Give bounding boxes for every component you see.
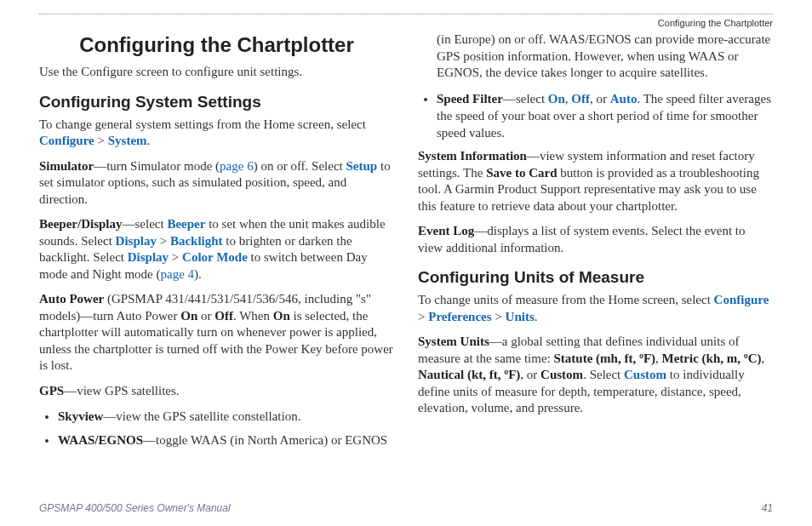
page-footer: GPSMAP 400/500 Series Owner's Manual 41 — [39, 502, 773, 514]
text: To change general system settings from t… — [39, 117, 366, 131]
value-off: Off — [214, 309, 233, 323]
para-gps: GPS—view GPS satellites. — [39, 383, 394, 400]
text: —view the GPS satellite constellation. — [103, 409, 300, 423]
text: —view GPS satellites. — [64, 384, 179, 397]
text: —toggle WAAS (in North America) or EGNOS — [143, 433, 387, 447]
link-setup[interactable]: Setup — [346, 159, 378, 173]
column-right: (in Europe) on or off. WAAS/EGNOS can pr… — [418, 31, 773, 456]
text: or — [197, 309, 214, 323]
label-waas: WAAS/EGNOS — [58, 433, 143, 447]
text: , or — [590, 92, 610, 106]
label-auto-power: Auto Power — [39, 292, 104, 306]
link-sf-off[interactable]: Off — [571, 92, 590, 106]
link-display-1[interactable]: Display — [116, 234, 157, 248]
para-system-information: System Information—view system informati… — [418, 148, 773, 214]
value-nautical: Nautical (kt, ft, ºF) — [418, 368, 520, 381]
running-header: Configuring the Chartplotter — [39, 18, 773, 28]
text: . — [535, 310, 538, 323]
system-settings-lead: To change general system settings from t… — [39, 117, 394, 150]
link-display-2[interactable]: Display — [128, 250, 169, 264]
link-units[interactable]: Units — [506, 310, 535, 323]
link-system[interactable]: System — [108, 134, 147, 147]
gps-list: Skyview—view the GPS satellite constella… — [46, 408, 394, 449]
text: ). — [194, 267, 202, 281]
label-system-units: System Units — [418, 334, 489, 348]
link-backlight[interactable]: Backlight — [170, 234, 223, 248]
footer-manual-name: GPSMAP 400/500 Series Owner's Manual — [39, 502, 231, 514]
column-left: Configuring the Chartplotter Use the Con… — [39, 31, 394, 456]
text: ) on or off. Select — [254, 159, 346, 173]
intro-text: Use the Configure screen to configure un… — [39, 64, 394, 81]
top-rule — [39, 14, 773, 14]
text: > — [169, 250, 182, 264]
link-color-mode[interactable]: Color Mode — [182, 250, 248, 264]
label-speed-filter: Speed Filter — [437, 92, 503, 106]
value-on-2: On — [273, 309, 290, 323]
link-page-6[interactable]: page 6 — [220, 159, 254, 173]
label-skyview: Skyview — [58, 409, 103, 423]
link-configure-2[interactable]: Configure — [714, 293, 769, 306]
value-statute: Statute (mh, ft, ºF) — [554, 352, 656, 365]
text: . Select — [583, 368, 624, 381]
link-preferences[interactable]: Preferences — [428, 310, 491, 323]
text: > — [418, 310, 428, 323]
text: . — [147, 134, 151, 147]
label-simulator: Simulator — [39, 159, 94, 173]
list-item-skyview: Skyview—view the GPS satellite constella… — [58, 408, 394, 425]
link-sf-on[interactable]: On — [548, 92, 565, 106]
two-column-layout: Configuring the Chartplotter Use the Con… — [39, 31, 773, 456]
text: , — [655, 352, 662, 365]
value-custom: Custom — [540, 368, 583, 381]
section-system-settings: Configuring System Settings — [39, 93, 394, 111]
text: —turn Simulator mode ( — [94, 159, 220, 173]
label-beeper-display: Beeper/Display — [39, 217, 123, 231]
text: To change units of measure from the Home… — [418, 293, 714, 306]
para-event-log: Event Log—displays a list of system even… — [418, 223, 773, 256]
chapter-title: Configuring the Chartplotter — [39, 33, 394, 57]
link-configure[interactable]: Configure — [39, 134, 94, 147]
text: > — [157, 234, 170, 248]
units-lead: To change units of measure from the Home… — [418, 292, 773, 325]
para-waas-continued: (in Europe) on or off. WAAS/EGNOS can pr… — [418, 31, 773, 82]
gps-list-continued: Speed Filter—select On, Off, or Auto. Th… — [425, 90, 773, 142]
value-metric: Metric (kh, m, ºC) — [662, 352, 762, 365]
footer-page-number: 41 — [762, 502, 773, 514]
para-simulator: Simulator—turn Simulator mode (page 6) o… — [39, 158, 394, 209]
text: . When — [233, 309, 273, 323]
label-save-to-card: Save to Card — [486, 166, 557, 180]
text: , or — [520, 368, 540, 381]
label-system-information: System Information — [418, 149, 527, 163]
link-custom[interactable]: Custom — [624, 368, 666, 381]
text: —select — [123, 217, 168, 231]
para-system-units: System Units—a global setting that defin… — [418, 334, 773, 417]
label-gps: GPS — [39, 384, 64, 397]
label-event-log: Event Log — [418, 224, 474, 237]
link-sf-auto[interactable]: Auto — [610, 92, 638, 106]
text: > — [94, 134, 108, 147]
text: > — [492, 310, 506, 323]
text: —select — [503, 92, 548, 106]
section-units-of-measure: Configuring Units of Measure — [418, 268, 773, 287]
text: , — [762, 352, 765, 365]
list-item-waas: WAAS/EGNOS—toggle WAAS (in North America… — [58, 432, 394, 449]
link-beeper[interactable]: Beeper — [167, 217, 205, 231]
list-item-speed-filter: Speed Filter—select On, Off, or Auto. Th… — [437, 90, 773, 142]
para-beeper-display: Beeper/Display—select Beeper to set when… — [39, 216, 394, 283]
para-auto-power: Auto Power (GPSMAP 431/441/531/541/536/5… — [39, 291, 394, 374]
link-page-4[interactable]: page 4 — [160, 267, 194, 281]
value-on: On — [180, 309, 197, 323]
manual-page: Configuring the Chartplotter Configuring… — [0, 0, 812, 526]
